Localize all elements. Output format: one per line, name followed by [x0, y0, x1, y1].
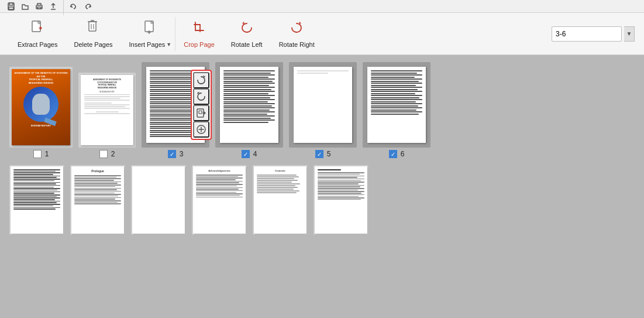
page-3-label: 3 — [180, 150, 184, 158]
page-2-footer: 2 — [99, 150, 115, 158]
page-12-container — [314, 165, 369, 235]
page-2-item: ASSESSMENT OF THE BENEFITSOF SYSTEMS AND… — [78, 73, 136, 158]
page-row-2: Prologue — [9, 165, 635, 235]
page-6-item: 6 — [363, 62, 431, 158]
page-10-item: Acknowledgements — [192, 165, 247, 235]
page-7-container — [9, 165, 64, 235]
insert-pages-button[interactable]: Insert Pages ▼ — [121, 16, 176, 52]
svg-rect-15 — [199, 111, 202, 114]
undo-button[interactable] — [67, 0, 80, 13]
save-button[interactable] — [5, 0, 18, 13]
open-button[interactable] — [19, 0, 32, 13]
page-5-item: 5 — [289, 62, 357, 158]
insert-dropdown-arrow[interactable]: ▼ — [166, 42, 171, 47]
page-2-label: 2 — [111, 150, 115, 158]
page-4-footer: 4 — [242, 150, 257, 158]
svg-rect-4 — [37, 7, 41, 9]
crop-page-label: Crop Page — [184, 41, 215, 48]
overlay-add-button[interactable] — [193, 121, 209, 138]
page-10-container: Acknowledgements — [192, 165, 247, 235]
page-4-thumbnail[interactable] — [220, 67, 278, 143]
toolbar: Extract Pages Delete Pages Insert Pa — [0, 13, 644, 55]
page-12-item — [314, 165, 369, 235]
extract-pages-label: Extract Pages — [18, 41, 57, 48]
page-6-footer: 6 — [389, 150, 405, 158]
page-2-container: ASSESSMENT OF THE BENEFITSOF SYSTEMS AND… — [78, 73, 136, 148]
page-7-item — [9, 165, 64, 235]
page-range-wrap: ▼ — [552, 26, 635, 42]
crop-page-button[interactable]: Crop Page — [175, 16, 223, 52]
page-9-thumbnail[interactable] — [132, 166, 185, 234]
page-1-label: 1 — [45, 150, 49, 158]
page-6-thumbnail[interactable] — [367, 67, 426, 143]
insert-pages-label: Insert Pages — [129, 41, 166, 48]
page-8-container: Prologue — [70, 165, 125, 235]
page-1-container: ASSESSMENT OF THE BENEFITS OF SYSTEMS AN… — [9, 67, 73, 148]
page-4-container — [215, 62, 283, 148]
page-12-thumbnail[interactable] — [315, 166, 367, 234]
menu-bar — [0, 0, 644, 13]
rotate-right-label: Rotate Right — [279, 41, 315, 48]
overlay-rotate-ccw-button[interactable] — [193, 88, 209, 105]
page-3-container — [142, 62, 209, 148]
rotate-right-button[interactable]: Rotate Right — [271, 16, 323, 52]
redo-button[interactable] — [81, 0, 94, 13]
page-9-item — [131, 165, 186, 235]
page-range-dropdown[interactable]: ▼ — [624, 26, 635, 42]
page-10-thumbnail[interactable]: Acknowledgements — [193, 166, 246, 234]
page-6-checkbox[interactable] — [389, 150, 397, 158]
page-3-checkbox[interactable] — [168, 150, 176, 158]
page-5-footer: 5 — [315, 150, 331, 158]
overlay-rotate-cw-button[interactable] — [193, 72, 209, 88]
crop-page-icon — [192, 20, 207, 39]
svg-rect-6 — [89, 22, 96, 31]
insert-pages-icon — [143, 20, 158, 39]
print-button[interactable] — [33, 0, 46, 13]
toolbar-divider — [63, 0, 64, 15]
page-11-container: Contents — [253, 165, 308, 235]
page-row-1: ASSESSMENT OF THE BENEFITS OF SYSTEMS AN… — [9, 62, 635, 158]
page-8-item: Prologue — [70, 165, 125, 235]
page-7-thumbnail[interactable] — [11, 166, 63, 234]
page-6-container — [363, 62, 431, 148]
page-11-thumbnail[interactable]: Contents — [254, 166, 306, 234]
page-1-checkbox[interactable] — [33, 150, 42, 158]
page-4-label: 4 — [253, 150, 257, 158]
extract-pages-button[interactable]: Extract Pages — [9, 16, 66, 52]
page-1-thumbnail[interactable]: ASSESSMENT OF THE BENEFITS OF SYSTEMS AN… — [12, 69, 70, 145]
delete-pages-icon — [86, 20, 101, 39]
page-3-footer: 3 — [168, 150, 184, 158]
page-1-item: ASSESSMENT OF THE BENEFITS OF SYSTEMS AN… — [9, 67, 73, 158]
page-6-label: 6 — [401, 150, 405, 158]
page-4-item: 4 — [215, 62, 283, 158]
attach-button[interactable] — [47, 0, 60, 13]
page-1-footer: 1 — [33, 150, 49, 158]
delete-pages-label: Delete Pages — [74, 41, 112, 48]
rotate-left-label: Rotate Left — [231, 41, 263, 48]
delete-pages-button[interactable]: Delete Pages — [66, 16, 120, 52]
rotate-left-button[interactable]: Rotate Left — [223, 16, 271, 52]
svg-rect-2 — [9, 7, 13, 9]
page-9-container — [131, 165, 186, 235]
overlay-extract-button[interactable] — [193, 105, 209, 121]
page-3-overlay — [191, 70, 212, 140]
main-content: ASSESSMENT OF THE BENEFITS OF SYSTEMS AN… — [0, 55, 644, 318]
page-8-thumbnail[interactable]: Prologue — [71, 166, 124, 234]
page-2-thumbnail[interactable]: ASSESSMENT OF THE BENEFITSOF SYSTEMS AND… — [81, 75, 133, 145]
page-5-checkbox[interactable] — [315, 150, 323, 158]
page-5-container — [289, 62, 357, 148]
rotate-right-icon — [289, 20, 304, 39]
page-5-thumbnail[interactable] — [294, 67, 352, 143]
page-11-item: Contents — [253, 165, 308, 235]
page-4-checkbox[interactable] — [242, 150, 250, 158]
page-range-input[interactable] — [552, 26, 622, 42]
page-2-checkbox[interactable] — [99, 150, 108, 158]
extract-pages-icon — [30, 20, 45, 39]
page-3-item: 3 — [142, 62, 209, 158]
svg-rect-1 — [9, 3, 13, 5]
page-5-label: 5 — [327, 150, 331, 158]
rotate-left-icon — [239, 20, 254, 39]
